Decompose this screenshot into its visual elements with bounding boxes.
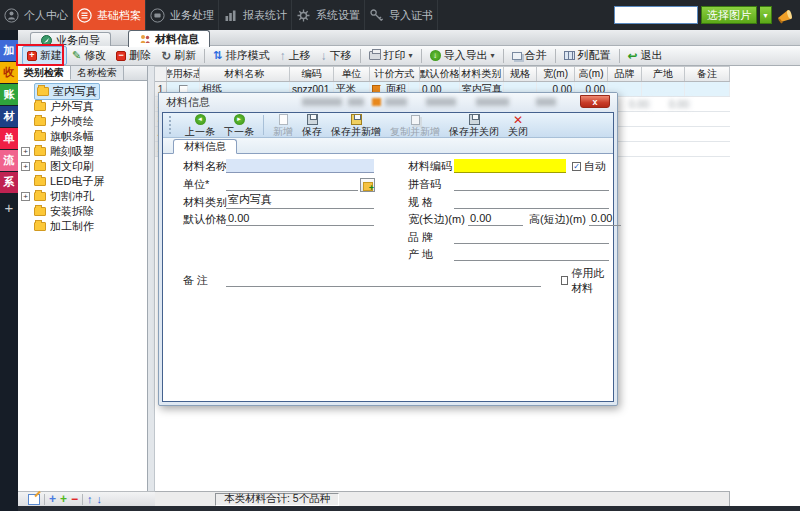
megaphone-icon[interactable] [775, 5, 795, 25]
add-sibling-icon[interactable]: + [49, 493, 56, 505]
col-header-spec[interactable]: 规格 [504, 67, 537, 81]
height-input[interactable]: 0.00 [589, 212, 621, 226]
category-input[interactable]: 室内写真 [226, 195, 374, 209]
rail-tab-cai[interactable]: 材 [0, 106, 18, 127]
col-header-code[interactable]: 编码 [290, 67, 334, 81]
brand-input[interactable] [454, 230, 609, 244]
default-price-input[interactable]: 0.00 [226, 212, 374, 226]
expander-plus-icon[interactable]: + [21, 192, 30, 201]
note-input[interactable] [226, 273, 541, 287]
dialog-title-bar[interactable]: 材料信息 x [159, 93, 617, 112]
panel-splitter[interactable] [148, 66, 155, 491]
tree-item[interactable]: +图文印刷 [18, 159, 147, 174]
col-header-width[interactable]: 宽(m) [537, 67, 575, 81]
save-and-new-button[interactable]: 保存并新增 [331, 114, 381, 137]
new-button[interactable]: + 新建 [22, 46, 67, 65]
print-button[interactable]: 打印 ▾ [364, 46, 418, 65]
tree-item[interactable]: +雕刻吸塑 [18, 144, 147, 159]
rail-tab-jia[interactable]: 加 [0, 40, 18, 61]
copy-and-new-button[interactable]: 复制并新增 [390, 114, 440, 137]
col-header-pricing-method[interactable]: 计价方式 [370, 67, 420, 81]
image-search-input[interactable] [614, 6, 698, 24]
refresh-button[interactable]: ↻ 刷新 [156, 46, 201, 65]
edit-node-icon[interactable] [28, 494, 40, 505]
rail-tab-dan[interactable]: 单 [0, 128, 18, 149]
material-code-input[interactable] [454, 159, 566, 173]
tree-tab-bar: 类别检索 名称检索 [18, 66, 147, 81]
tab-category-search[interactable]: 类别检索 [18, 66, 71, 80]
dialog-tab-material-info[interactable]: 材料信息 [173, 139, 237, 154]
delete-button[interactable]: − 删除 [111, 46, 156, 65]
button-label: 复制并新增 [390, 126, 440, 137]
auto-checkbox[interactable]: ✓自动 [572, 159, 606, 174]
nav-item-label: 个人中心 [24, 8, 68, 23]
material-name-input[interactable] [226, 159, 374, 173]
origin-label: 产 地 [408, 247, 433, 262]
rail-tab-shou[interactable]: 收 [0, 62, 18, 83]
nav-item-report-statistics[interactable]: 报表统计 [219, 0, 292, 30]
expander-plus-icon[interactable]: + [21, 147, 30, 156]
save-button[interactable]: 保存 [302, 114, 322, 137]
move-node-up-icon[interactable]: ↑ [87, 494, 93, 505]
tab-label: 材料信息 [155, 32, 199, 47]
sort-mode-button[interactable]: ⇅ 排序模式 [208, 46, 274, 65]
import-export-button[interactable]: ↓ 导入导出 ▾ [425, 46, 500, 65]
disable-material-checkbox[interactable]: 停用此材料 [561, 273, 613, 288]
unit-picker-button[interactable] [360, 178, 375, 192]
close-button[interactable]: ✕ 关闭 [508, 114, 528, 137]
tree-item[interactable]: 户外喷绘 [18, 114, 147, 129]
tree-item[interactable]: 旗帜条幅 [18, 129, 147, 144]
tree-item[interactable]: 加工制作 [18, 219, 147, 234]
col-header-default-price[interactable]: 默认价格 [420, 67, 460, 81]
col-header-unit[interactable]: 单位 [334, 67, 370, 81]
pinyin-input[interactable] [454, 177, 609, 191]
tree-item[interactable]: LED电子屏 [18, 174, 147, 189]
save-and-close-button[interactable]: 保存并关闭 [449, 114, 499, 137]
rail-tab-zhang[interactable]: 账 [0, 84, 18, 105]
col-header-height[interactable]: 高(m) [575, 67, 608, 81]
move-down-button[interactable]: ↓ 下移 [316, 46, 357, 65]
nav-item-personal-center[interactable]: 个人中心 [0, 0, 73, 30]
spec-input[interactable] [454, 195, 609, 209]
col-header-origin[interactable]: 产地 [642, 67, 685, 81]
col-header-category[interactable]: 材料类别 [460, 67, 504, 81]
rail-tab-xi[interactable]: 系 [0, 172, 18, 193]
tab-material-info[interactable]: 材料信息 [128, 30, 210, 47]
edit-button[interactable]: ✎ 修改 [67, 46, 111, 65]
dialog-close-button[interactable]: x [580, 95, 610, 108]
col-header-brand[interactable]: 品牌 [608, 67, 642, 81]
tree-item[interactable]: 安装拆除 [18, 204, 147, 219]
column-config-button[interactable]: 列配置 [559, 46, 616, 65]
pick-image-button[interactable]: 选择图片 [701, 6, 757, 24]
nav-item-system-settings[interactable]: 系统设置 [292, 0, 365, 30]
col-header-note[interactable]: 备注 [685, 67, 730, 81]
previous-record-button[interactable]: ◄ 上一条 [185, 114, 215, 137]
next-record-button[interactable]: ► 下一条 [224, 114, 254, 137]
width-input[interactable]: 0.00 [468, 212, 523, 226]
unit-input[interactable] [226, 177, 358, 191]
tree-item[interactable]: +切割冲孔 [18, 189, 147, 204]
add-child-icon[interactable]: + [60, 493, 67, 505]
rail-tab-liu[interactable]: 流 [0, 150, 18, 171]
pick-image-dropdown-arrow-icon[interactable]: ▾ [760, 6, 772, 24]
col-header-stop-flag[interactable]: 停用标志 [167, 67, 200, 81]
dialog-title: 材料信息 [166, 95, 210, 110]
rail-tab-add[interactable]: + [0, 197, 18, 218]
tree-item[interactable]: 室内写真 [18, 84, 147, 99]
expander-plus-icon[interactable]: + [21, 162, 30, 171]
nav-item-business-processing[interactable]: 业务处理 [146, 0, 219, 30]
tab-name-search[interactable]: 名称检索 [71, 66, 124, 80]
col-header-material-name[interactable]: 材料名称 [200, 67, 290, 81]
merge-button[interactable]: 合并 [507, 46, 552, 65]
move-node-down-icon[interactable]: ↓ [97, 494, 103, 505]
disable-label: 停用此材料 [571, 266, 613, 296]
tree-item[interactable]: 户外写真 [18, 99, 147, 114]
move-up-button[interactable]: ↑ 上移 [275, 46, 316, 65]
nav-item-import-certificate[interactable]: 导入证书 [365, 0, 438, 30]
dialog-new-button[interactable]: 新增 [273, 114, 293, 137]
nav-item-basic-archives[interactable]: 基础档案 [73, 0, 146, 30]
tab-business-wizard[interactable]: 业务向导 [30, 32, 111, 47]
remove-node-icon[interactable]: − [71, 493, 78, 505]
exit-button[interactable]: ↩ 退出 [623, 46, 668, 65]
origin-input[interactable] [454, 247, 609, 261]
